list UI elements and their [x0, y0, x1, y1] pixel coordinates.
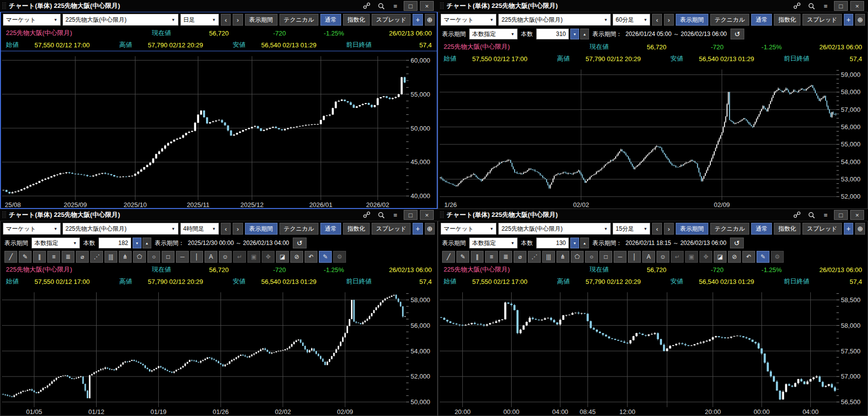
spread-mode-button[interactable]: スプレッド	[372, 223, 411, 235]
timeframe-select[interactable]: 60分足▼	[613, 14, 650, 26]
fan-lines-icon[interactable]: ⋰	[528, 251, 541, 263]
menu-icon[interactable]: ≡	[389, 1, 401, 10]
scroll-left-button[interactable]: ‹	[652, 14, 662, 26]
pentagon-icon[interactable]: ⬠	[571, 251, 584, 263]
maximize-button[interactable]: □	[404, 210, 417, 220]
scroll-right-button[interactable]: ›	[664, 223, 674, 235]
market-select[interactable]: マーケット▼	[441, 223, 496, 235]
instrument-select[interactable]: 225先物大阪(中心限月)▼	[498, 14, 611, 26]
paste-icon[interactable]: ↵	[671, 251, 684, 263]
count-decrement-button[interactable]: ▼	[133, 238, 141, 248]
technical-button[interactable]: テクニカル	[710, 223, 749, 235]
undo-draw-icon[interactable]: ↶	[742, 251, 755, 263]
close-button[interactable]: ×	[420, 210, 434, 220]
zoom-in-button[interactable]: ⊕	[425, 14, 435, 26]
copy-icon[interactable]: ▣	[247, 251, 260, 263]
close-button[interactable]: ×	[850, 210, 864, 220]
indexed-mode-button[interactable]: 指数化	[774, 223, 800, 235]
display-period-button[interactable]: 表示期間	[245, 14, 278, 26]
maximize-button[interactable]: □	[404, 1, 417, 11]
parallel-lines-icon[interactable]: ∥	[471, 251, 484, 263]
spread-mode-button[interactable]: スプレッド	[802, 223, 841, 235]
instrument-select[interactable]: 225先物大阪(中心限月)▼	[63, 14, 178, 26]
icon-stamp-icon[interactable]: ☺	[219, 251, 232, 263]
pentagon-icon[interactable]: ⬠	[133, 251, 146, 263]
horizontal-lines-icon[interactable]: ≡	[485, 251, 498, 263]
fib-arc-icon[interactable]: ⌀	[76, 251, 89, 263]
technical-button[interactable]: テクニカル	[279, 14, 318, 26]
add-chart-button[interactable]: +	[844, 14, 854, 26]
drag-grip-icon[interactable]	[440, 2, 444, 10]
scroll-left-button[interactable]: ‹	[221, 223, 231, 235]
scroll-left-button[interactable]: ‹	[652, 223, 662, 235]
ellipse-icon[interactable]: ○	[147, 251, 160, 263]
dense-lines-icon[interactable]: ≣	[62, 251, 74, 263]
zoom-in-button[interactable]: ⊕	[855, 223, 865, 235]
lock-drawing-icon[interactable]: ✎	[757, 251, 769, 263]
scroll-right-button[interactable]: ›	[233, 223, 243, 235]
menu-icon[interactable]: ≡	[820, 210, 832, 219]
undo-draw-icon[interactable]: ↶	[305, 251, 317, 263]
display-period-button[interactable]: 表示期間	[676, 223, 708, 235]
eraser-icon[interactable]: ◪	[276, 251, 289, 263]
candlestick-chart[interactable]: 40,00045,00050,00055,00060,00025/082025/…	[0, 51, 438, 209]
bar-count-input[interactable]: 310	[536, 29, 569, 39]
lock-drawing-icon[interactable]: ✎	[319, 251, 332, 263]
period-mode-select[interactable]: 本数指定▼	[32, 238, 80, 248]
normal-mode-button[interactable]: 通常	[320, 14, 341, 26]
search-icon[interactable]	[375, 1, 387, 10]
indexed-mode-button[interactable]: 指数化	[343, 223, 370, 235]
zoom-in-button[interactable]: ⊕	[425, 223, 435, 235]
drag-grip-icon[interactable]	[440, 211, 444, 219]
reset-period-button[interactable]: ↺	[730, 238, 744, 248]
ellipse-icon[interactable]: ○	[585, 251, 598, 263]
search-icon[interactable]	[805, 1, 817, 10]
vertical-grid-icon[interactable]: |||	[542, 251, 555, 263]
link-icon[interactable]	[791, 1, 803, 10]
vertical-line-icon[interactable]: │	[628, 251, 641, 263]
count-decrement-button[interactable]: ▼	[570, 238, 579, 248]
bar-count-input[interactable]: 182	[99, 238, 131, 248]
period-mode-select[interactable]: 本数指定▼	[469, 238, 518, 248]
technical-button[interactable]: テクニカル	[710, 14, 749, 26]
zoom-in-button[interactable]: ⊕	[855, 14, 865, 26]
paste-icon[interactable]: ↵	[233, 251, 246, 263]
icon-stamp-icon[interactable]: ☺	[657, 251, 669, 263]
menu-icon[interactable]: ≡	[389, 210, 401, 219]
fan-lines-icon[interactable]: ⋰	[90, 251, 103, 263]
normal-mode-button[interactable]: 通常	[320, 223, 341, 235]
scroll-right-button[interactable]: ›	[233, 14, 243, 26]
window-titlebar[interactable]: チャート(単体) 225先物大阪(中心限月) ≡ □ ×	[438, 209, 868, 221]
reset-period-button[interactable]: ↺	[730, 29, 744, 39]
rectangle-icon[interactable]: □	[599, 251, 612, 263]
menu-icon[interactable]: ≡	[820, 1, 832, 10]
hand-icon[interactable]: ✥	[699, 251, 712, 263]
normal-mode-button[interactable]: 通常	[751, 223, 772, 235]
display-period-button[interactable]: 表示期間	[245, 223, 278, 235]
window-titlebar[interactable]: チャート(単体) 225先物大阪(中心限月) ≡ □ ×	[0, 209, 438, 221]
hand-icon[interactable]: ✥	[262, 251, 275, 263]
market-select[interactable]: マーケット▼	[441, 14, 496, 26]
trendline-icon[interactable]: ╱	[442, 251, 455, 263]
add-chart-button[interactable]: +	[413, 223, 422, 235]
draw-settings-icon[interactable]: ⚙	[771, 251, 784, 263]
search-icon[interactable]	[375, 210, 387, 219]
pencil-icon[interactable]: ✎	[456, 251, 469, 263]
horizontal-line-icon[interactable]: ─	[614, 251, 626, 263]
window-titlebar[interactable]: チャート(単体) 225先物大阪(中心限月) ≡ □ ×	[438, 0, 868, 12]
maximize-button[interactable]: □	[834, 210, 848, 220]
drag-grip-icon[interactable]	[2, 211, 6, 219]
display-period-button[interactable]: 表示期間	[676, 14, 708, 26]
add-chart-button[interactable]: +	[413, 14, 422, 26]
link-icon[interactable]	[791, 210, 803, 219]
timeframe-select[interactable]: 4時間足▼	[180, 223, 219, 235]
indexed-mode-button[interactable]: 指数化	[343, 14, 370, 26]
link-icon[interactable]	[361, 210, 373, 219]
fib-arc-icon[interactable]: ⌀	[514, 251, 526, 263]
instrument-select[interactable]: 225先物大阪(中心限月)▼	[498, 223, 611, 235]
close-button[interactable]: ×	[420, 1, 434, 11]
rectangle-icon[interactable]: □	[162, 251, 174, 263]
bar-count-input[interactable]: 130	[536, 238, 569, 248]
dense-lines-icon[interactable]: ≣	[499, 251, 512, 263]
text-icon[interactable]: A	[205, 251, 217, 263]
